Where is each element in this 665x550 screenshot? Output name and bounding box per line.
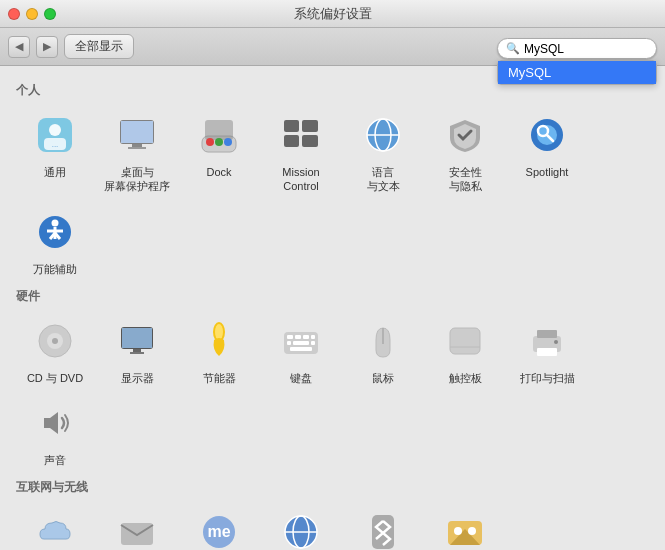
icon-label-keyboard: 键盘 (290, 371, 312, 385)
icon-print (521, 315, 573, 367)
close-button[interactable] (8, 8, 20, 20)
icon-item-print[interactable]: 打印与扫描 (508, 311, 586, 389)
svg-rect-55 (537, 348, 557, 356)
search-input[interactable] (524, 42, 665, 56)
icon-trackpad (439, 315, 491, 367)
svg-rect-48 (311, 341, 315, 345)
icon-item-trackpad[interactable]: 触控板 (426, 311, 504, 389)
icon-item-sharing[interactable]: 共享 (426, 502, 504, 550)
svg-point-56 (554, 340, 558, 344)
icon-label-general: 通用 (44, 165, 66, 179)
icon-item-network[interactable]: 网络 (262, 502, 340, 550)
svg-rect-49 (290, 347, 312, 351)
icon-sharing (439, 506, 491, 550)
svg-rect-15 (284, 135, 299, 147)
icon-item-desktop[interactable]: 桌面与 屏幕保护程序 (98, 105, 176, 198)
svg-point-33 (52, 338, 58, 344)
icon-label-language: 语言 与文本 (367, 165, 400, 194)
icon-label-cddvd: CD 与 DVD (27, 371, 83, 385)
svg-rect-45 (311, 335, 315, 339)
icon-item-mobileme[interactable]: meMobileMe (180, 502, 258, 550)
icon-item-energy[interactable]: 节能器 (180, 311, 258, 389)
icon-item-icloud[interactable]: iCloud (16, 502, 94, 550)
svg-rect-51 (450, 328, 480, 354)
svg-point-40 (215, 324, 223, 340)
svg-point-11 (215, 138, 223, 146)
icon-label-print: 打印与扫描 (520, 371, 575, 385)
main-content: 个人...通用桌面与 屏幕保护程序DockMission Control语言 与… (0, 66, 665, 550)
forward-button[interactable]: ▶ (36, 36, 58, 58)
minimize-button[interactable] (26, 8, 38, 20)
icon-item-display[interactable]: 显示器 (98, 311, 176, 389)
icon-item-keyboard[interactable]: 键盘 (262, 311, 340, 389)
svg-text:me: me (207, 523, 230, 540)
icon-label-dock: Dock (206, 165, 231, 179)
svg-rect-13 (284, 120, 299, 132)
section-label-hardware: 硬件 (16, 288, 649, 305)
icon-mission (275, 109, 327, 161)
svg-point-68 (468, 527, 476, 535)
icon-label-access: 万能辅助 (33, 262, 77, 276)
icon-label-mission: Mission Control (282, 165, 319, 194)
icon-label-security: 安全性 与隐私 (449, 165, 482, 194)
icon-label-sound: 声音 (44, 453, 66, 467)
icon-energy (193, 315, 245, 367)
svg-rect-7 (128, 147, 146, 149)
icon-item-mouse[interactable]: 鼠标 (344, 311, 422, 389)
search-dropdown: MySQL (497, 60, 657, 85)
icon-item-general[interactable]: ...通用 (16, 105, 94, 198)
icon-general: ... (29, 109, 81, 161)
icon-item-language[interactable]: 语言 与文本 (344, 105, 422, 198)
svg-rect-36 (122, 328, 152, 348)
search-box: 🔍 ✕ (497, 38, 657, 59)
icon-access (29, 206, 81, 258)
icon-label-mouse: 鼠标 (372, 371, 394, 385)
svg-rect-47 (293, 341, 309, 345)
section-internet: 互联网与无线iCloud邮件、通讯录、 日历meMobileMe网络蓝牙共享 (16, 479, 649, 550)
search-icon: 🔍 (506, 42, 520, 55)
svg-point-12 (224, 138, 232, 146)
icon-language (357, 109, 409, 161)
svg-text:...: ... (52, 140, 59, 149)
svg-rect-54 (537, 330, 557, 338)
show-all-button[interactable]: 全部显示 (64, 34, 134, 59)
icon-grid-internet: iCloud邮件、通讯录、 日历meMobileMe网络蓝牙共享 (16, 502, 649, 550)
svg-rect-16 (302, 135, 318, 147)
icon-label-trackpad: 触控板 (449, 371, 482, 385)
maximize-button[interactable] (44, 8, 56, 20)
icon-label-spotlight: Spotlight (526, 165, 569, 179)
icon-mail (111, 506, 163, 550)
svg-rect-9 (205, 120, 233, 140)
icon-mouse (357, 315, 409, 367)
svg-rect-14 (302, 120, 318, 132)
icon-item-cddvd[interactable]: CD 与 DVD (16, 311, 94, 389)
icon-spotlight (521, 109, 573, 161)
icon-network (275, 506, 327, 550)
icon-grid-hardware: CD 与 DVD显示器节能器键盘鼠标触控板打印与扫描声音 (16, 311, 649, 472)
svg-rect-44 (303, 335, 309, 339)
icon-sound (29, 397, 81, 449)
icon-item-mission[interactable]: Mission Control (262, 105, 340, 198)
search-container: 🔍 ✕ MySQL (497, 38, 657, 85)
icon-display (111, 315, 163, 367)
svg-point-67 (454, 527, 462, 535)
svg-point-26 (52, 219, 59, 226)
icon-item-dock[interactable]: Dock (180, 105, 258, 198)
svg-rect-43 (295, 335, 301, 339)
icon-item-access[interactable]: 万能辅助 (16, 202, 94, 280)
svg-marker-57 (44, 412, 58, 434)
icon-label-desktop: 桌面与 屏幕保护程序 (104, 165, 170, 194)
icon-bluetooth (357, 506, 409, 550)
icon-security (439, 109, 491, 161)
icon-item-mail[interactable]: 邮件、通讯录、 日历 (98, 502, 176, 550)
icon-label-energy: 节能器 (203, 371, 236, 385)
icon-item-security[interactable]: 安全性 与隐私 (426, 105, 504, 198)
icon-item-sound[interactable]: 声音 (16, 393, 94, 471)
search-result-mysql[interactable]: MySQL (498, 61, 656, 84)
svg-point-1 (49, 124, 61, 136)
section-hardware: 硬件CD 与 DVD显示器节能器键盘鼠标触控板打印与扫描声音 (16, 288, 649, 472)
window-title: 系统偏好设置 (294, 5, 372, 23)
icon-item-spotlight[interactable]: Spotlight (508, 105, 586, 198)
back-button[interactable]: ◀ (8, 36, 30, 58)
icon-item-bluetooth[interactable]: 蓝牙 (344, 502, 422, 550)
